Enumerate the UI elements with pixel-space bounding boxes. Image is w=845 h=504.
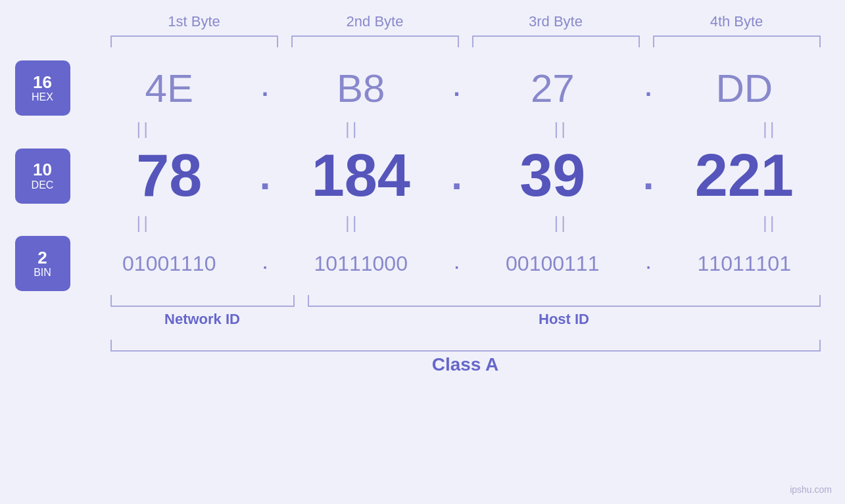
- bracket-4: [653, 35, 821, 47]
- bracket-1: [110, 35, 278, 47]
- dec-val-4: 221: [658, 142, 831, 210]
- equals-row-2: || || || ||: [49, 210, 846, 236]
- class-bracket: [110, 340, 821, 352]
- bracket-2: [291, 35, 459, 47]
- bin-val-4: 11011101: [658, 252, 831, 276]
- hex-badge: 16 HEX: [15, 60, 70, 116]
- header-byte1: 1st Byte: [104, 13, 285, 35]
- net-bracket: [110, 295, 295, 307]
- dot-h3: .: [639, 74, 658, 102]
- hex-val-4: DD: [658, 66, 831, 111]
- hex-values: 4E . B8 . 27 . DD: [84, 66, 831, 111]
- header-byte4: 4th Byte: [646, 13, 827, 35]
- hex-row: 16 HEX 4E . B8 . 27 . DD: [15, 60, 831, 116]
- bin-val-3: 00100111: [467, 252, 639, 276]
- class-bracket-row: [104, 340, 827, 352]
- equals-row-1: || || || ||: [49, 116, 846, 142]
- bin-values: 01001110 . 10111000 . 00100111 . 1101110…: [84, 252, 831, 276]
- dot-b1: .: [255, 254, 275, 273]
- dec-val-1: 78: [84, 142, 256, 210]
- watermark: ipshu.com: [790, 484, 832, 495]
- bin-badge-num: 2: [37, 248, 47, 267]
- network-id-label: Network ID: [110, 311, 295, 328]
- dec-values: 78 . 184 . 39 . 221: [84, 142, 831, 210]
- host-id-label: Host ID: [308, 311, 821, 328]
- bin-row: 2 BIN 01001110 . 10111000 . 00100111 . 1…: [15, 236, 831, 291]
- hex-val-2: B8: [275, 66, 447, 111]
- bottom-brackets: [104, 295, 827, 307]
- hex-val-1: 4E: [84, 66, 256, 111]
- top-brackets: [104, 35, 827, 47]
- bin-badge-label: BIN: [34, 267, 51, 279]
- dot-h2: .: [447, 74, 467, 102]
- labels-row: Network ID Host ID: [104, 308, 827, 328]
- dec-val-3: 39: [467, 142, 639, 210]
- host-bracket: [308, 295, 821, 307]
- byte-headers: 1st Byte 2nd Byte 3rd Byte 4th Byte: [104, 13, 827, 35]
- dot-b3: .: [639, 254, 658, 273]
- hex-val-3: 27: [467, 66, 639, 111]
- bin-badge: 2 BIN: [15, 236, 70, 291]
- dec-badge-label: DEC: [32, 179, 54, 191]
- dot-d2: .: [447, 153, 467, 198]
- header-byte3: 3rd Byte: [466, 13, 646, 35]
- dot-h1: .: [255, 74, 275, 102]
- hex-badge-num: 16: [33, 73, 52, 92]
- main-container: 1st Byte 2nd Byte 3rd Byte 4th Byte 16 H…: [0, 0, 845, 504]
- bin-val-2: 10111000: [275, 252, 447, 276]
- bin-val-1: 01001110: [84, 252, 256, 276]
- dot-d1: .: [255, 153, 275, 198]
- dot-b2: .: [447, 254, 467, 273]
- dec-badge-num: 10: [33, 160, 52, 179]
- dec-row: 10 DEC 78 . 184 . 39 . 221: [15, 142, 831, 210]
- class-label: Class A: [104, 354, 827, 375]
- dot-d3: .: [639, 153, 658, 198]
- bracket-3: [472, 35, 640, 47]
- header-byte2: 2nd Byte: [285, 13, 466, 35]
- dec-badge: 10 DEC: [15, 149, 70, 204]
- dec-val-2: 184: [275, 142, 447, 210]
- hex-badge-label: HEX: [32, 91, 53, 103]
